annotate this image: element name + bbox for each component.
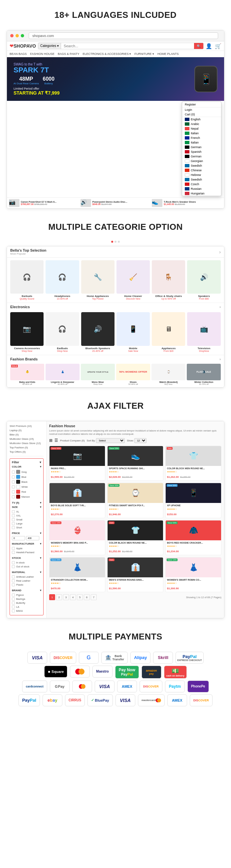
payment-skrill[interactable]: Skrill bbox=[153, 652, 173, 664]
payment-ebay[interactable]: ebay bbox=[43, 694, 62, 706]
lang-hebrew[interactable]: Hebrew bbox=[182, 173, 221, 177]
fashion-shoes[interactable]: 50% WOMENS OFFER Shoes 50-90% off bbox=[116, 364, 150, 385]
lang-menu-cart[interactable]: Cart (0) bbox=[182, 112, 221, 117]
price-min-input[interactable] bbox=[12, 536, 25, 540]
page-btn-7[interactable]: 7 bbox=[91, 594, 97, 600]
user-icon[interactable]: 👤 bbox=[205, 43, 212, 49]
payment-square[interactable]: ■Square bbox=[44, 665, 67, 678]
filter-size-short[interactable]: Short bbox=[12, 526, 41, 530]
payment-alipay[interactable]: Alipay bbox=[130, 652, 151, 664]
payment-maestro[interactable]: Maestro bbox=[92, 665, 112, 678]
product-card-2[interactable]: Save 15% 👟 SPORTS SPACE RUNNING SHI... ★… bbox=[107, 446, 163, 481]
material-filter-title[interactable]: MATERIAL▾ bbox=[12, 571, 41, 574]
payment-discover[interactable]: DISCOVER bbox=[50, 652, 76, 664]
nav-plants[interactable]: HOME PLANTS bbox=[157, 52, 179, 56]
filter-nav-shirt[interactable]: Shirt Premium (10) bbox=[9, 424, 44, 428]
cat-item-speakers[interactable]: 🔊 Speakers From $60 bbox=[187, 260, 221, 300]
filter-arrow[interactable]: ▾ bbox=[40, 461, 41, 464]
filter-nav-offers[interactable]: Top Offers (0) bbox=[9, 450, 44, 454]
lang-menu-register[interactable]: Register bbox=[182, 102, 221, 107]
product-card-4[interactable]: 👔 BOYS BLUE SOLID SOFT T-RI... ★★★★☆ $2,… bbox=[49, 483, 105, 518]
manufacturer-filter-title[interactable]: MANUFACTURER▾ bbox=[12, 542, 41, 545]
filter-mat-realleather[interactable]: Real Leather bbox=[12, 579, 41, 583]
filter-color-blue[interactable]: Blue bbox=[12, 474, 41, 479]
lang-swedish[interactable]: Swedish bbox=[182, 163, 221, 168]
lang-menu-login[interactable]: Login bbox=[182, 107, 221, 112]
tv-filter-title[interactable]: TV (5)▾ bbox=[12, 501, 41, 504]
payment-mastercard[interactable] bbox=[70, 665, 90, 678]
filter-brand-la[interactable]: LA bbox=[12, 605, 41, 609]
filter-size-xxl[interactable]: XXL bbox=[12, 514, 41, 518]
filter-mfr-hp[interactable]: Hewlett-Packard bbox=[12, 551, 41, 555]
nav-furniture[interactable]: FURNITURE ▾ bbox=[134, 52, 154, 56]
payment-amazon[interactable]: amazon pay bbox=[142, 665, 161, 679]
filter-brand-butterfly[interactable]: Butterfly bbox=[12, 601, 41, 605]
filter-nav-glass2[interactable]: Multicolor Glass Store (12) bbox=[9, 441, 44, 445]
filter-nav-glass[interactable]: Multicolor Glass (15) bbox=[9, 437, 44, 441]
product-card-12[interactable]: Save 10% 👗 WOMEN'S SMART ROBIN CO... ★★★… bbox=[165, 557, 222, 592]
filter-size-small[interactable]: Small bbox=[12, 518, 41, 522]
cat-item-headphones[interactable]: 🎧 Headphones 10-40% off bbox=[45, 260, 79, 300]
nav-fashion[interactable]: FASHION HOUSE bbox=[30, 52, 54, 56]
payment-discover3[interactable]: DISCOVER bbox=[190, 694, 213, 706]
cat-item-chairs[interactable]: 🪑 Office & Study chairs Up to 50% Off bbox=[152, 260, 185, 300]
lang-arabic[interactable]: Arabic bbox=[182, 122, 221, 126]
search-input[interactable] bbox=[61, 43, 194, 49]
fashion-watch[interactable]: ⌚ Watch (Branded) Buy Now bbox=[151, 364, 186, 385]
product-card-9[interactable]: Save 50% 🧥 BOYS RED HOODIE CRACKER... ★★… bbox=[165, 520, 222, 555]
filter-nav-fashion[interactable]: Top Fashion (0) bbox=[9, 445, 44, 450]
show-select[interactable]: 12 24 36 bbox=[134, 438, 147, 443]
filter-color-gray[interactable]: Gray bbox=[12, 469, 41, 474]
payment-paytm[interactable]: Paytm bbox=[165, 681, 185, 692]
view-list-icon[interactable]: ☰ bbox=[54, 438, 58, 443]
payment-amex2[interactable]: AMEX bbox=[167, 694, 187, 706]
filter-mat-plastic[interactable]: Plastic bbox=[12, 583, 41, 587]
lang-italian[interactable]: Italian bbox=[182, 131, 221, 135]
payment-visa[interactable]: VISA bbox=[27, 652, 47, 664]
payment-bank[interactable]: 🏦BankTransfer bbox=[101, 652, 128, 664]
cat-item-tv[interactable]: 📺 Television ShopNow bbox=[187, 312, 221, 352]
payment-visa2[interactable]: VISA bbox=[95, 681, 115, 692]
lang-chinese[interactable]: Chinese bbox=[182, 168, 221, 173]
product-card-1[interactable]: Save 40% 📷 INUIKII PRO... ★★★★☆ $1,599.0… bbox=[49, 446, 105, 481]
featured-item-2[interactable]: 🔊 Powerpoint Stereo Audio Disc... $646.0… bbox=[80, 199, 151, 207]
filter-nav-bike[interactable]: Bike (0) bbox=[9, 433, 44, 437]
brand-filter-title[interactable]: BRAND▾ bbox=[12, 589, 41, 592]
filter-stock-out[interactable]: Out of stock bbox=[12, 565, 41, 569]
filter-brand-pigeon[interactable]: Pigeon bbox=[12, 593, 41, 597]
cat-item-earbuds2[interactable]: 🎧 EarBuds Shop Now bbox=[45, 312, 79, 352]
filter-mat-artleather[interactable]: Artificial Leather bbox=[12, 575, 41, 579]
payment-cash-delivery[interactable]: 💵 cash on delivery bbox=[164, 665, 187, 679]
lang-hungarian[interactable]: Hungarian bbox=[182, 191, 221, 196]
cat-item-camera[interactable]: 📷 Camera Accessories Shop Now bbox=[10, 312, 44, 352]
filter-color-white[interactable]: White bbox=[12, 485, 41, 489]
payment-phonepe[interactable]: PhonePe bbox=[187, 681, 209, 692]
filter-brand-bazinga[interactable]: Bazinga bbox=[12, 597, 41, 601]
featured-item-3[interactable]: 👟 T-Rock Men's Sneaker Shoes $1,445.00 $… bbox=[152, 199, 222, 207]
page-btn-6[interactable]: 6 bbox=[84, 594, 90, 600]
view-grid-icon[interactable]: ⊞ bbox=[49, 438, 52, 443]
lang-german2[interactable]: German bbox=[182, 154, 221, 159]
cat-item-cleaner[interactable]: 🧹 Home Cleaner Discover New bbox=[116, 260, 150, 300]
size-filter-title[interactable]: SIZE▾ bbox=[12, 505, 41, 508]
cat-item-mobile[interactable]: 📱 Mobile Sale Now bbox=[116, 312, 150, 352]
cat-item-appliances[interactable]: 🔧 Home Appliances Top Picked bbox=[81, 260, 115, 300]
lang-swedish2[interactable]: Swedish bbox=[182, 177, 221, 182]
filter-nav-laptop[interactable]: Laptop (0) bbox=[9, 428, 44, 433]
fashion-baby[interactable]: SALE 👶 Baby and Kids 60-90% off bbox=[10, 364, 44, 385]
featured-item-1[interactable]: 📷 Canon PowerShot G7 X Mark II... $766,6… bbox=[9, 199, 79, 207]
lang-nepal[interactable]: Nepal bbox=[182, 126, 221, 131]
payment-cardconnect[interactable]: cardconnect bbox=[22, 681, 47, 692]
filter-size-large[interactable]: Large bbox=[12, 522, 41, 526]
cat-item-earbuds[interactable]: 🎧 Earbuds Quality Sound bbox=[10, 260, 44, 300]
payment-mc3[interactable]: mastercard bbox=[138, 694, 165, 706]
cat-section1-arrow[interactable]: › bbox=[219, 249, 221, 255]
filter-mfr-apple[interactable]: Apple bbox=[12, 547, 41, 551]
lang-italian2[interactable]: Italian bbox=[182, 140, 221, 145]
lang-french[interactable]: French bbox=[182, 135, 221, 140]
nav-bean-bags[interactable]: BEAN BAGS bbox=[9, 52, 27, 56]
payment-paypal2[interactable]: PayPal bbox=[18, 694, 40, 706]
search-bar[interactable]: Categories ▾ 🔍 bbox=[38, 43, 204, 49]
product-card-6[interactable]: Save 30% 📱 XP UPHONE ★★★★☆ $153.00 bbox=[165, 483, 222, 518]
color-filter-title[interactable]: COLOR▾ bbox=[12, 465, 41, 468]
